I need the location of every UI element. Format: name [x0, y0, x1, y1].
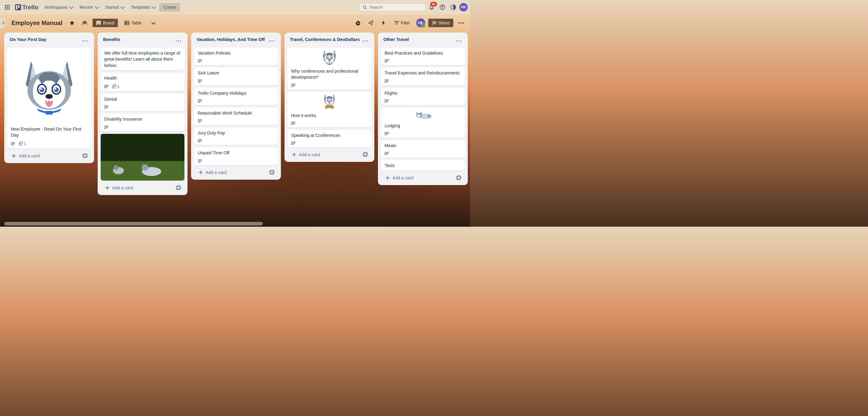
card-template-button[interactable]: [455, 174, 463, 182]
card[interactable]: Reasonable Work Schedule: [194, 108, 278, 125]
svg-point-56: [271, 40, 272, 41]
list: Travel, Conferences & DevDollarsWhy conf…: [284, 33, 374, 162]
card[interactable]: Speaking at Conferences: [287, 130, 371, 147]
card[interactable]: Health1: [101, 73, 184, 91]
search-input[interactable]: [369, 5, 422, 10]
list-title[interactable]: Benefits: [103, 37, 120, 43]
cards-container: Best Practices and GuidelinesTravel Expe…: [380, 47, 465, 171]
cards-container: We offer full time employees a range of …: [100, 47, 185, 181]
powerup-send-button[interactable]: [366, 18, 375, 28]
search-box[interactable]: [359, 3, 426, 11]
list-menu-button[interactable]: [268, 37, 276, 45]
card[interactable]: Meals: [381, 140, 465, 158]
list-menu-button[interactable]: [174, 37, 183, 45]
automation-button[interactable]: [378, 18, 388, 28]
list-menu-button[interactable]: [361, 37, 370, 45]
card-template-button[interactable]: [81, 152, 89, 160]
trello-logo[interactable]: Trello: [13, 4, 40, 11]
view-switcher-button[interactable]: [148, 18, 158, 28]
card-template-button[interactable]: [174, 184, 183, 192]
card[interactable]: New Employee - Read On Your First Day1: [7, 48, 91, 149]
card-title: Taxis: [384, 162, 461, 169]
description-icon: [291, 141, 296, 145]
card[interactable]: [101, 134, 184, 181]
list-title[interactable]: Travel, Conferences & DevDollars: [290, 37, 360, 43]
add-card-button[interactable]: Add a card: [383, 174, 455, 182]
card[interactable]: Sick Leave: [194, 67, 278, 85]
drive-icon: [355, 20, 361, 26]
add-card-button[interactable]: Add a card: [102, 184, 174, 192]
starred-button[interactable]: Starred: [102, 3, 127, 11]
svg-point-57: [273, 40, 274, 41]
recent-button[interactable]: Recent: [76, 3, 101, 11]
person-add-icon: [432, 21, 437, 25]
help-button[interactable]: [438, 2, 447, 12]
description-icon: [104, 85, 108, 88]
card[interactable]: Jury Duty Pay: [194, 127, 278, 145]
chevron-down-icon: [95, 5, 99, 9]
card-title: New Employee - Read On Your First Day: [11, 126, 87, 138]
card[interactable]: Dental: [101, 94, 184, 111]
card-template-button[interactable]: [268, 168, 276, 177]
card[interactable]: Lodging: [381, 108, 465, 138]
sidebar-toggle[interactable]: [0, 18, 5, 28]
filter-button[interactable]: Filter: [391, 19, 413, 27]
theme-button[interactable]: [448, 2, 458, 12]
card[interactable]: Flights: [381, 88, 465, 105]
card[interactable]: Taxis: [381, 160, 465, 170]
list-title[interactable]: On Your First Day: [10, 37, 46, 43]
card[interactable]: How it works.: [287, 92, 371, 127]
card[interactable]: Travel Expenses and Reimbursements: [381, 67, 465, 85]
card[interactable]: Vacation Policies: [194, 48, 278, 65]
card[interactable]: Disability Insurance: [101, 114, 184, 131]
board-member-avatar[interactable]: HK: [416, 19, 425, 27]
svg-point-70: [458, 40, 459, 41]
svg-point-69: [456, 40, 457, 41]
workspaces-button[interactable]: Workspaces: [41, 3, 75, 11]
board-menu-button[interactable]: [456, 18, 466, 28]
add-card-button[interactable]: Add a card: [289, 150, 361, 159]
description-icon: [198, 159, 202, 163]
horizontal-scrollbar[interactable]: [4, 222, 466, 226]
card[interactable]: Trello Company Holidays: [194, 88, 278, 105]
svg-rect-28: [396, 24, 397, 25]
svg-point-64: [367, 40, 368, 41]
svg-rect-21: [99, 21, 101, 25]
card-template-button[interactable]: [361, 150, 370, 159]
account-avatar[interactable]: HK: [459, 3, 468, 11]
search-icon: [363, 5, 367, 10]
help-icon: [439, 4, 445, 10]
create-button[interactable]: Create: [159, 3, 180, 11]
board-title[interactable]: Employee Manual: [10, 20, 64, 27]
add-card-button[interactable]: Add a card: [196, 168, 268, 177]
svg-point-36: [84, 40, 85, 41]
add-card-button[interactable]: Add a card: [9, 152, 81, 160]
description-icon: [104, 105, 108, 109]
card[interactable]: We offer full time employees a range of …: [101, 48, 184, 70]
description-icon: [291, 121, 296, 125]
notifications-button[interactable]: 9+: [427, 2, 436, 12]
table-view-button[interactable]: Table: [121, 19, 145, 27]
svg-point-50: [142, 164, 148, 171]
theme-icon: [450, 4, 456, 10]
list-title[interactable]: Vacation, Holidays, And Time Off: [196, 37, 265, 43]
list-menu-button[interactable]: [81, 37, 89, 45]
card-title: Flights: [384, 90, 461, 96]
board-view-button[interactable]: Board: [93, 19, 118, 27]
list-menu-button[interactable]: [455, 37, 463, 45]
templates-button[interactable]: Templates: [128, 3, 158, 11]
powerup-drive-button[interactable]: [353, 18, 363, 28]
list-title[interactable]: Other Travel: [383, 37, 409, 43]
card[interactable]: Why conferences and professional develop…: [287, 48, 371, 90]
star-icon: [69, 20, 75, 26]
card-title: Reasonable Work Schedule: [198, 110, 274, 116]
share-button[interactable]: Share: [428, 19, 453, 27]
app-switcher-icon[interactable]: [2, 2, 12, 12]
card[interactable]: Best Practices and Guidelines: [381, 48, 465, 65]
card-title: Best Practices and Guidelines: [384, 50, 461, 56]
svg-point-35: [82, 40, 83, 41]
star-button[interactable]: [67, 18, 77, 28]
card[interactable]: Unpaid Time Off: [194, 147, 278, 165]
visibility-button[interactable]: [80, 18, 90, 28]
board-canvas[interactable]: On Your First DayNew Employee - Read On …: [0, 31, 470, 227]
